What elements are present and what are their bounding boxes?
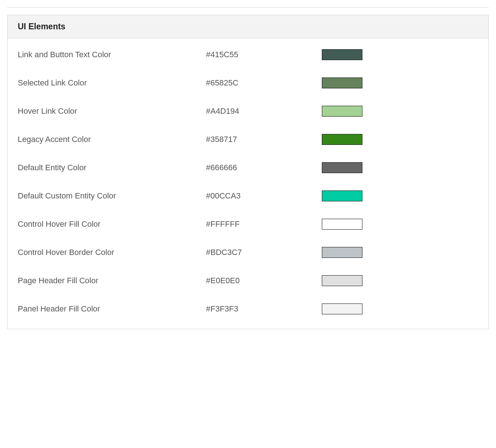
color-value: #666666 <box>206 163 322 172</box>
color-label: Default Custom Entity Color <box>18 191 206 201</box>
color-label: Legacy Accent Color <box>18 135 206 144</box>
panel-header: UI Elements <box>8 15 488 38</box>
color-value: #FFFFFF <box>206 219 322 229</box>
color-label: Control Hover Border Color <box>18 248 206 257</box>
panel-body: Link and Button Text Color #415C55 Selec… <box>8 38 488 329</box>
color-swatch[interactable] <box>322 162 362 173</box>
color-swatch[interactable] <box>322 275 362 286</box>
color-label: Selected Link Color <box>18 78 206 88</box>
color-row: Default Custom Entity Color #00CCA3 <box>18 190 478 201</box>
color-label: Default Entity Color <box>18 163 206 172</box>
color-value: #65825C <box>206 78 322 88</box>
color-label: Control Hover Fill Color <box>18 219 206 229</box>
color-label: Hover Link Color <box>18 106 206 116</box>
ui-elements-panel: UI Elements Link and Button Text Color #… <box>7 15 489 329</box>
color-value: #415C55 <box>206 50 322 59</box>
color-value: #A4D194 <box>206 106 322 116</box>
color-value: #00CCA3 <box>206 191 322 201</box>
color-row: Panel Header Fill Color #F3F3F3 <box>18 303 478 314</box>
color-value: #358717 <box>206 135 322 144</box>
color-label: Panel Header Fill Color <box>18 304 206 314</box>
color-swatch[interactable] <box>322 134 362 145</box>
color-label: Page Header Fill Color <box>18 276 206 285</box>
color-row: Legacy Accent Color #358717 <box>18 134 478 145</box>
panel-title: UI Elements <box>18 22 478 32</box>
color-swatch[interactable] <box>322 219 362 230</box>
color-swatch[interactable] <box>322 303 362 314</box>
color-row: Page Header Fill Color #E0E0E0 <box>18 275 478 286</box>
color-label: Link and Button Text Color <box>18 50 206 59</box>
color-row: Hover Link Color #A4D194 <box>18 106 478 117</box>
color-row: Control Hover Border Color #BDC3C7 <box>18 247 478 258</box>
color-row: Control Hover Fill Color #FFFFFF <box>18 219 478 230</box>
color-swatch[interactable] <box>322 247 362 258</box>
color-row: Link and Button Text Color #415C55 <box>18 49 478 60</box>
color-swatch[interactable] <box>322 190 362 201</box>
color-swatch[interactable] <box>322 49 362 60</box>
color-row: Selected Link Color #65825C <box>18 78 478 88</box>
color-value: #BDC3C7 <box>206 248 322 257</box>
color-swatch[interactable] <box>322 106 362 117</box>
top-divider <box>7 7 489 8</box>
color-swatch[interactable] <box>322 78 362 88</box>
color-row: Default Entity Color #666666 <box>18 162 478 173</box>
color-value: #F3F3F3 <box>206 304 322 314</box>
color-value: #E0E0E0 <box>206 276 322 285</box>
